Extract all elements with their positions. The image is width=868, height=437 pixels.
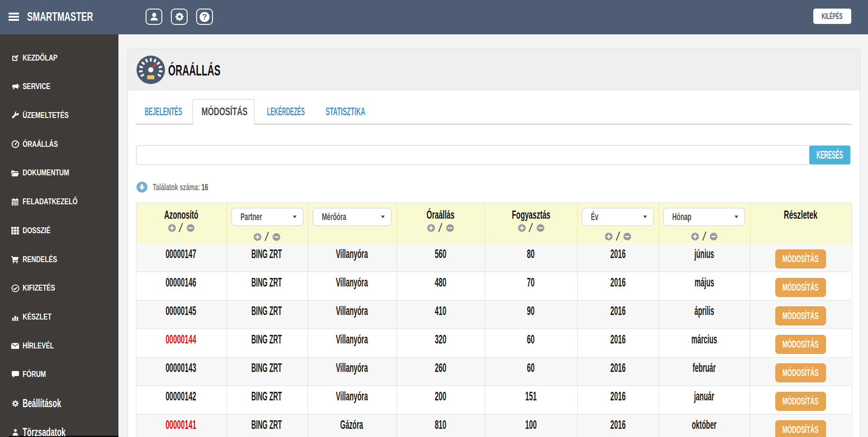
svg-text:?: ? bbox=[202, 13, 207, 21]
